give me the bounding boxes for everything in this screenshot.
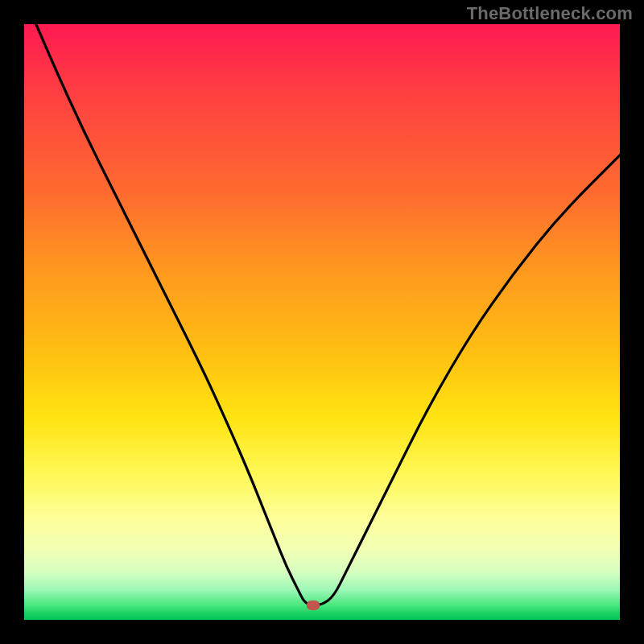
chart-frame: TheBottleneck.com — [0, 0, 644, 644]
watermark-text: TheBottleneck.com — [467, 3, 633, 24]
plot-area — [24, 24, 620, 620]
optimal-marker — [307, 601, 320, 610]
curve-path — [36, 24, 620, 605]
bottleneck-curve — [24, 24, 620, 620]
